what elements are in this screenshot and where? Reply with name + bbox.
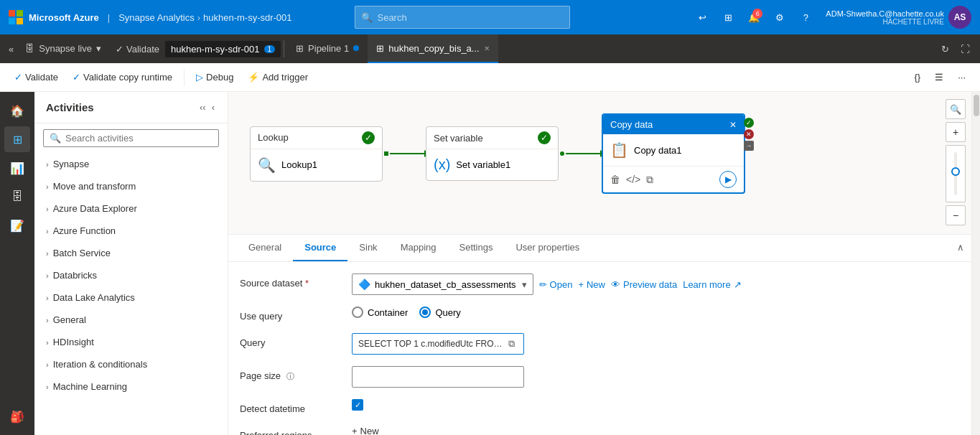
copy-data-collapse[interactable]: ✕ [729, 120, 737, 130]
sidebar-item-batch-service[interactable]: › Batch Service [34, 242, 228, 264]
source-dataset-dropdown[interactable]: 🔷 hukhen_dataset_cb_assessments ▾ [352, 273, 533, 295]
zoom-in-button[interactable]: + [946, 122, 966, 142]
sidebar-item-synapse[interactable]: › Synapse [34, 153, 228, 175]
nav-develop[interactable]: 📝 [4, 212, 30, 238]
query-radio[interactable]: Query [419, 307, 460, 318]
sidebar-item-label: Synapse [53, 159, 90, 169]
sidebar-item-azure-function[interactable]: › Azure Function [34, 220, 228, 242]
zoom-thumb[interactable] [951, 167, 960, 176]
validate-copy-runtime-button[interactable]: ✓ Validate copy runtime [67, 69, 178, 85]
tab-sink[interactable]: Sink [347, 235, 388, 261]
avatar[interactable]: AS [948, 6, 971, 29]
panel-scrollbar[interactable] [971, 92, 980, 435]
collapse-button[interactable]: « [6, 41, 17, 57]
service-name[interactable]: Synapse Analytics [118, 12, 195, 23]
nav-integrate[interactable]: ⊞ [4, 126, 30, 152]
tab-user-properties[interactable]: User properties [504, 235, 591, 261]
zoom-out-button[interactable]: − [946, 205, 966, 225]
brand-separator: | [108, 12, 110, 23]
validate-button[interactable]: ✓ Validate [9, 69, 64, 85]
sidebar-item-azure-data-explorer[interactable]: › Azure Data Explorer [34, 197, 228, 220]
new-link[interactable]: + New [578, 279, 605, 290]
refresh-button[interactable]: ↻ [937, 41, 953, 57]
copy-data-node[interactable]: Copy data ✕ ✓ ✕ → 📋 Copy data1 [602, 113, 745, 194]
detect-datetime-checkbox[interactable]: ✓ [352, 399, 363, 411]
delete-button[interactable]: 🗑 [610, 174, 620, 185]
set-variable-body: (x) Set variable1 [426, 149, 558, 180]
search-activities-input[interactable] [65, 133, 213, 144]
sidebar-header: Activities ‹‹ ‹ [34, 92, 228, 123]
panel-scroll-thumb[interactable] [974, 95, 979, 116]
workspace-name[interactable]: hukhen-m-sy-sdr-001 [203, 12, 292, 23]
set-variable-name: Set variable1 [456, 159, 510, 170]
activities-sidebar: Activities ‹‹ ‹ 🔍 › Synapse › Move and t… [34, 92, 228, 435]
pipeline-canvas[interactable]: Lookup ✓ 🔍 Lookup1 [228, 92, 980, 234]
tab-source[interactable]: Source [293, 235, 347, 261]
sidebar-item-data-lake-analytics[interactable]: › Data Lake Analytics [34, 286, 228, 309]
tab-general[interactable]: General [237, 235, 293, 261]
sidebar-title: Activities [46, 101, 94, 113]
query-radio-button[interactable] [419, 307, 431, 318]
more-options-button[interactable]: ··· [952, 69, 971, 85]
tab-settings[interactable]: Settings [448, 235, 505, 261]
settings-button[interactable]: ⚙ [768, 6, 791, 29]
run-button[interactable]: ▶ [719, 171, 737, 188]
validate-tab-label[interactable]: Validate [126, 44, 159, 55]
sidebar-item-hdinsight[interactable]: › HDInsight [34, 331, 228, 353]
tab-close-button[interactable]: ✕ [484, 45, 490, 52]
nav-monitor[interactable]: 📊 [4, 155, 30, 181]
code-button[interactable]: </> [626, 174, 640, 185]
canvas-toolbar: 🔍 + − [946, 99, 966, 225]
collapse-button-2[interactable]: ‹ [210, 100, 216, 114]
global-search[interactable]: 🔍 Search [355, 6, 570, 29]
main-layout: 🏠 ⊞ 📊 🗄 📝 🎒 Activities ‹‹ ‹ 🔍 › Synapse … [0, 92, 980, 435]
tab-synapse-live[interactable]: 🗄 Synapse live ▾ [17, 34, 110, 63]
expand-button[interactable]: ⛶ [956, 41, 974, 57]
search-activities-box[interactable]: 🔍 [43, 129, 219, 147]
container-radio-button[interactable] [352, 307, 363, 318]
panel-collapse-button[interactable]: ∧ [950, 235, 971, 261]
clone-button[interactable]: ⧉ [646, 174, 653, 186]
feedback-button[interactable]: ↩ [691, 6, 714, 29]
sidebar-item-move-transform[interactable]: › Move and transform [34, 175, 228, 197]
edit-icon: ✏ [539, 279, 547, 290]
set-variable-node[interactable]: Set variable ✓ (x) Set variable1 [426, 126, 559, 181]
canvas-search-button[interactable]: 🔍 [946, 99, 966, 119]
sidebar-item-databricks[interactable]: › Databricks [34, 264, 228, 286]
new-region-label: New [360, 426, 379, 435]
tab-mapping[interactable]: Mapping [389, 235, 448, 261]
collapse-left-button[interactable]: ‹‹ [198, 100, 207, 114]
user-menu[interactable]: ADM-Shwetha.C@hachette.co.uk HACHETTE LI… [826, 6, 971, 29]
learn-more-link[interactable]: Learn more ↗ [683, 279, 741, 290]
add-region-button[interactable]: + New [352, 426, 379, 435]
sidebar-item-label: Move and transform [53, 181, 136, 192]
nav-home[interactable]: 🏠 [4, 98, 30, 123]
nav-manage[interactable]: 🎒 [4, 403, 30, 429]
add-trigger-button[interactable]: ⚡ Add trigger [242, 69, 314, 85]
code-view-button[interactable]: {} [908, 69, 926, 85]
notifications-button[interactable]: 🔔 6 [742, 6, 765, 29]
sidebar-item-iteration-conditionals[interactable]: › Iteration & conditionals [34, 353, 228, 375]
icon-nav: 🏠 ⊞ 📊 🗄 📝 🎒 [0, 92, 34, 435]
tab-pipeline1[interactable]: ⊞ Pipeline 1 [287, 34, 368, 63]
sidebar-item-general[interactable]: › General [34, 309, 228, 331]
preview-data-link[interactable]: 👁 Preview data [611, 279, 677, 290]
query-input[interactable]: SELECT TOP 1 c.modifiedUtc FROM c W. ⧉ [352, 333, 524, 355]
directory-button[interactable]: ⊞ [717, 6, 739, 29]
lookup-node[interactable]: Lookup ✓ 🔍 Lookup1 [250, 126, 383, 182]
open-link[interactable]: ✏ Open [539, 279, 573, 290]
tab-pipeline2[interactable]: ⊞ hukhen_copy_bis_a... ✕ [368, 34, 498, 63]
set-variable-header: Set variable ✓ [426, 127, 558, 149]
sidebar-item-machine-learning[interactable]: › Machine Learning [34, 375, 228, 398]
nav-data[interactable]: 🗄 [4, 184, 30, 210]
query-copy-button[interactable]: ⧉ [505, 338, 518, 350]
tab-synapse-live-chevron: ▾ [96, 43, 101, 54]
list-view-button[interactable]: ☰ [929, 69, 949, 85]
debug-button[interactable]: ▷ Debug [190, 69, 239, 85]
sidebar-item-label: Machine Learning [53, 381, 127, 392]
zoom-slider[interactable] [946, 145, 966, 202]
help-button[interactable]: ? [794, 6, 817, 29]
db-icon: 🗄 [25, 43, 34, 54]
page-size-input[interactable] [352, 366, 524, 388]
container-radio[interactable]: Container [352, 307, 408, 318]
